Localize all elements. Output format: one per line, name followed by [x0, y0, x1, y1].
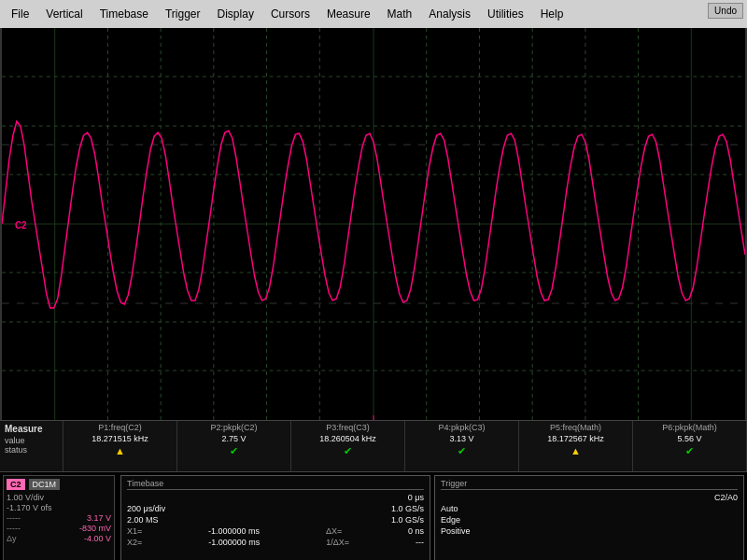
coupling-badge: DC1M [29, 479, 61, 490]
measure-col-p3: P3:freq(C3) 18.260504 kHz ✔ [291, 421, 405, 471]
p3-value: 18.260504 kHz [294, 434, 402, 443]
timebase-panel: Timebase 0 μs 200 μs/div 1.0 GS/s 2.00 M… [120, 475, 430, 560]
p2-value: 2.75 V [180, 434, 288, 443]
ch-param-vdiv: 1.00 V/div [7, 493, 111, 502]
oscilloscope-display: C2 [0, 28, 747, 420]
p4-header: P4:pkpk(C3) [408, 423, 515, 432]
right-panels: Timebase 0 μs 200 μs/div 1.0 GS/s 2.00 M… [118, 472, 747, 560]
trigger-source-row: C2/A0 [441, 493, 738, 502]
measure-col-p2: P2:pkpk(C2) 2.75 V ✔ [177, 421, 291, 471]
value-label: value [5, 436, 58, 445]
p5-status: ▲ [522, 445, 629, 456]
menu-display[interactable]: Display [210, 5, 261, 23]
timebase-header: Timebase [127, 479, 424, 490]
measure-title: Measure [5, 424, 58, 434]
menu-cursors[interactable]: Cursors [263, 5, 317, 23]
menu-file[interactable]: File [4, 5, 36, 23]
p3-header: P3:freq(C3) [294, 423, 402, 432]
p6-header: P6:pkpk(Math) [636, 423, 743, 432]
trigger-slope-row: Positive [441, 526, 738, 536]
bottom-panels: C2 DC1M 1.00 V/div -1.170 V ofs ----- 3.… [0, 471, 747, 560]
measure-label-column: Measure value status [0, 421, 63, 471]
menu-bar: File Vertical Timebase Trigger Display C… [0, 0, 747, 28]
timebase-mem-row: 2.00 MS 1.0 GS/s [127, 515, 424, 525]
measure-col-p5: P5:freq(Math) 18.172567 kHz ▲ [519, 421, 633, 471]
timebase-timediv-row: 200 μs/div 1.0 GS/s [127, 504, 424, 513]
p5-value: 18.172567 kHz [522, 434, 629, 443]
menu-vertical[interactable]: Vertical [38, 5, 90, 23]
p4-status: ✔ [408, 445, 515, 457]
trigger-type-row: Edge [441, 515, 738, 525]
trigger-panel: Trigger C2/A0 Auto Edge Positive [434, 475, 744, 560]
channel-info-panel: C2 DC1M 1.00 V/div -1.170 V ofs ----- 3.… [3, 475, 115, 560]
menu-help[interactable]: Help [533, 5, 571, 23]
p1-value: 18.271515 kHz [66, 434, 174, 443]
p2-status: ✔ [180, 445, 288, 457]
timebase-x1-row: X1= -1.000000 ms ΔX= 0 ns [127, 526, 424, 536]
measure-columns: P1:freq(C2) 18.271515 kHz ▲ P2:pkpk(C2) … [63, 421, 747, 471]
p4-value: 3.13 V [408, 434, 515, 443]
timebase-x2-row: X2= -1.000000 ms 1/ΔX= --- [127, 538, 424, 547]
p5-header: P5:freq(Math) [522, 423, 629, 432]
measure-section: Measure value status P1:freq(C2) 18.2715… [0, 420, 747, 471]
p6-value: 5.56 V [636, 434, 743, 443]
menu-measure[interactable]: Measure [319, 5, 378, 23]
menu-analysis[interactable]: Analysis [421, 5, 478, 23]
p3-status: ✔ [294, 445, 402, 457]
channel-label-c2: C2 [15, 220, 27, 231]
trigger-mode-row: Auto [441, 504, 738, 513]
measure-col-p1: P1:freq(C2) 18.271515 kHz ▲ [63, 421, 177, 471]
timebase-delay-row: 0 μs [127, 493, 424, 502]
trigger-header: Trigger [441, 479, 738, 490]
menu-trigger[interactable]: Trigger [158, 5, 208, 23]
p2-header: P2:pkpk(C2) [180, 423, 288, 432]
p1-header: P1:freq(C2) [66, 423, 174, 432]
status-label: status [5, 445, 58, 455]
channel-params: 1.00 V/div -1.170 V ofs ----- 3.17 V ---… [7, 493, 111, 543]
menu-utilities[interactable]: Utilities [480, 5, 531, 23]
menu-timebase[interactable]: Timebase [92, 5, 156, 23]
p6-status: ✔ [636, 445, 743, 457]
measure-col-p4: P4:pkpk(C3) 3.13 V ✔ [405, 421, 519, 471]
ch-param-offset: -1.170 V ofs [7, 503, 111, 512]
ch-param-min: ----- -830 mV [7, 524, 111, 533]
measure-col-p6: P6:pkpk(Math) 5.56 V ✔ [633, 421, 747, 471]
channel-badge-row: C2 DC1M [7, 479, 111, 490]
ch-param-rms: ----- 3.17 V [7, 513, 111, 523]
waveform-svg: C2 [2, 28, 745, 420]
ch-param-delta: Δy -4.00 V [7, 534, 111, 543]
channel-badge: C2 [7, 479, 25, 490]
menu-math[interactable]: Math [380, 5, 420, 23]
p1-status: ▲ [66, 445, 174, 456]
undo-button[interactable]: Undo [708, 3, 743, 19]
